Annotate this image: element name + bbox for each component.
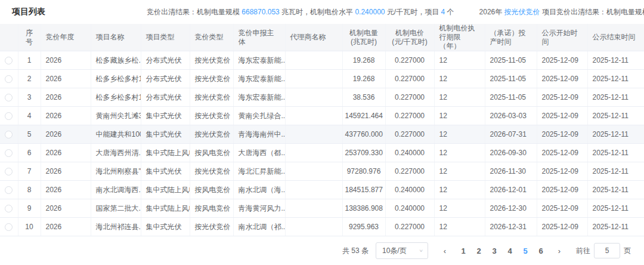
- cell-year: 2026: [41, 51, 91, 70]
- cell-start: 2025-12-09: [537, 218, 587, 236]
- cell-prod: 2026-12-31: [485, 218, 537, 236]
- cell-end: 2025-12-11: [587, 51, 644, 70]
- summary-text: 2026年: [479, 8, 504, 16]
- table-row: 92026国家第二批大...集中式陆上风电按风电竞价青海黄河风力...13838…: [0, 199, 644, 218]
- next-page-button[interactable]: ›: [552, 242, 566, 259]
- row-select-radio[interactable]: [5, 168, 13, 175]
- goto-page-control: 前往 页: [576, 243, 631, 258]
- cell-prod: 2026-11-30: [485, 162, 537, 181]
- cell-term: 12: [434, 162, 485, 181]
- cell-bid: 按光伏竞价: [190, 162, 233, 181]
- radio-cell: [0, 181, 18, 199]
- cell-prod: 2026-03-03: [485, 107, 537, 125]
- cell-agent: [285, 218, 342, 236]
- cell-type: 集中式陆上风电: [141, 181, 190, 199]
- page-number-2[interactable]: 2: [471, 242, 487, 259]
- row-select-radio[interactable]: [5, 223, 13, 231]
- pv-bid-link[interactable]: 按光伏竞价: [504, 8, 540, 16]
- summary-text: 个: [445, 8, 454, 16]
- page-size-select[interactable]: 10条/页 ˅: [376, 242, 428, 259]
- cell-energy: 253709.330: [342, 144, 385, 162]
- cell-type: 分布式光伏: [141, 88, 190, 107]
- column-header-applicant: 竞价申报主体: [233, 24, 285, 51]
- page-number-1[interactable]: 1: [456, 242, 471, 259]
- cell-bid: 按光伏竞价: [190, 107, 233, 125]
- table-header: 序号竞价年度项目名称项目类型竞价类型竞价申报主体代理商名称机制电量 (兆瓦时)机…: [0, 24, 644, 51]
- table-row: 52026中能建共和100...集中式光伏按光伏竞价青海海南州中...43776…: [0, 125, 644, 144]
- table-row: 32026松多乡松多村1...分布式光伏按光伏竞价海东宏泰新能...38.536…: [0, 88, 644, 107]
- cell-type: 集中式陆上风电: [141, 144, 190, 162]
- cell-energy: 19.268: [342, 70, 385, 88]
- cell-term: 12: [434, 88, 485, 107]
- cell-energy: 19.268: [342, 51, 385, 70]
- radio-cell: [0, 51, 18, 70]
- row-select-radio[interactable]: [5, 57, 13, 64]
- cell-seq: 8: [18, 181, 41, 199]
- radio-cell: [0, 144, 18, 162]
- row-select-radio[interactable]: [5, 75, 13, 83]
- cell-applicant: 青海海南州中...: [233, 125, 285, 144]
- cell-type: 集中式光伏: [141, 125, 190, 144]
- goto-suffix-label: 页: [624, 246, 631, 256]
- cell-price: 0.240000: [385, 199, 434, 218]
- row-select-radio[interactable]: [5, 94, 13, 101]
- column-header-type: 项目类型: [141, 24, 190, 51]
- summary-text: 项目竞价出清结果：机制电量规模: [540, 8, 644, 16]
- radio-cell: [0, 88, 18, 107]
- cell-seq: 7: [18, 162, 41, 181]
- row-select-radio[interactable]: [5, 186, 13, 194]
- table-row: 22026松多乡松多村1...分布式光伏按光伏竞价海东宏泰新能...19.268…: [0, 70, 644, 88]
- cell-seq: 9: [18, 199, 41, 218]
- cell-bid: 按光伏竞价: [190, 51, 233, 70]
- cell-name: 松多乡松多村1...: [91, 88, 141, 107]
- row-select-radio[interactable]: [5, 149, 13, 157]
- cell-start: 2025-12-09: [537, 88, 587, 107]
- cell-prod: 2025-11-05: [485, 70, 537, 88]
- cell-agent: [285, 181, 342, 199]
- cell-year: 2026: [41, 218, 91, 236]
- cell-price: 0.227000: [385, 88, 434, 107]
- row-select-radio[interactable]: [5, 112, 13, 120]
- page-number-3[interactable]: 3: [487, 242, 502, 259]
- table-row: 42026黄南州尖扎滩3...集中式光伏按光伏竞价黄南尖扎绿合...145921…: [0, 107, 644, 125]
- column-header-start: 公示开始时间: [537, 24, 587, 51]
- page-number-6[interactable]: 6: [533, 242, 549, 259]
- cell-prod: 2026-07-31: [485, 125, 537, 144]
- cell-term: 12: [434, 218, 485, 236]
- cell-start: 2025-12-09: [537, 107, 587, 125]
- cell-agent: [285, 199, 342, 218]
- prev-page-button[interactable]: ‹: [438, 242, 452, 259]
- column-header-end: 公示结束时间: [587, 24, 644, 51]
- cell-term: 12: [434, 107, 485, 125]
- radio-cell: [0, 162, 18, 181]
- cell-type: 集中式光伏: [141, 107, 190, 125]
- cell-term: 12: [434, 199, 485, 218]
- table-row: 62026大唐海西州清...集中式陆上风电按风电竞价大唐海西（都...25370…: [0, 144, 644, 162]
- cell-energy: 138386.908: [342, 199, 385, 218]
- cell-name: 松多乡松多村1...: [91, 70, 141, 88]
- cell-prod: 2026-12-30: [485, 199, 537, 218]
- column-header-term: 机制电价执行期限（年）: [434, 24, 485, 51]
- project-list-page: 项目列表 竞价出清结果：机制电量规模 668870.053 兆瓦时，机制电价水平…: [0, 0, 644, 265]
- page-header: 项目列表 竞价出清结果：机制电量规模 668870.053 兆瓦时，机制电价水平…: [0, 0, 644, 24]
- column-header-price: 机制电价 (元/千瓦时): [385, 24, 434, 51]
- cell-start: 2025-12-09: [537, 199, 587, 218]
- cell-year: 2026: [41, 88, 91, 107]
- pagination-bar: 共 53 条 10条/页 ˅ ‹ 123456 › 前往 页: [0, 236, 644, 265]
- table-row: 72026海北州刚察县"...集中式光伏按光伏竞价海北汇昇新能...97280.…: [0, 162, 644, 181]
- cell-name: 松多藏族乡松...: [91, 51, 141, 70]
- price-level-value: 0.240000: [355, 8, 385, 16]
- cell-agent: [285, 51, 342, 70]
- column-header-energy: 机制电量 (兆瓦时): [342, 24, 385, 51]
- column-header-prod: （承诺）投产时间: [485, 24, 537, 51]
- cell-year: 2026: [41, 162, 91, 181]
- cell-agent: [285, 162, 342, 181]
- goto-page-input[interactable]: [594, 243, 620, 258]
- row-select-radio[interactable]: [5, 131, 13, 138]
- summary-text: 竞价出清结果：机制电量规模: [147, 8, 242, 16]
- page-number-5[interactable]: 5: [518, 242, 533, 259]
- cell-name: 黄南州尖扎滩3...: [91, 107, 141, 125]
- row-select-radio[interactable]: [5, 205, 13, 212]
- page-number-4[interactable]: 4: [502, 242, 518, 259]
- cell-term: 12: [434, 70, 485, 88]
